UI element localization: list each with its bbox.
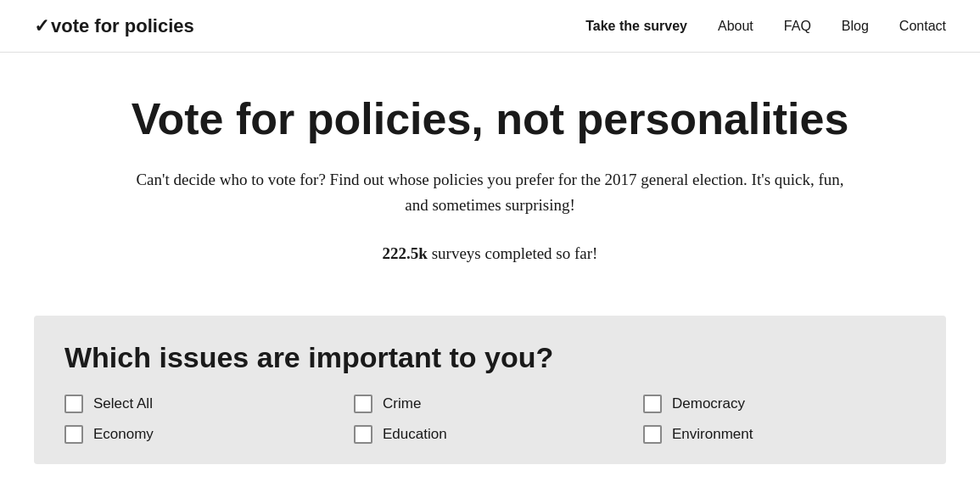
democracy-label[interactable]: Democracy — [672, 395, 745, 412]
hero-subtitle: Can't decide who to vote for? Find out w… — [134, 167, 847, 217]
hero-title: Vote for policies, not personalities — [34, 95, 946, 143]
checkbox-item-economy: Economy — [64, 425, 337, 444]
survey-count-suffix: surveys completed so far! — [428, 244, 598, 262]
economy-checkbox[interactable] — [64, 425, 83, 444]
crime-label[interactable]: Crime — [383, 395, 421, 412]
logo-text: vote for policies — [51, 15, 194, 37]
logo[interactable]: ✓ vote for policies — [34, 15, 194, 37]
issues-heading: Which issues are important to you? — [64, 341, 916, 374]
checkbox-item-environment: Environment — [643, 425, 916, 444]
logo-check-icon: ✓ — [34, 15, 49, 37]
education-label[interactable]: Education — [383, 426, 447, 443]
nav-faq[interactable]: FAQ — [784, 19, 811, 34]
issues-section: Which issues are important to you? Selec… — [34, 316, 946, 464]
nav-about[interactable]: About — [718, 19, 753, 34]
environment-checkbox[interactable] — [643, 425, 662, 444]
education-checkbox[interactable] — [354, 425, 372, 444]
environment-label[interactable]: Environment — [672, 426, 753, 443]
nav-contact[interactable]: Contact — [899, 19, 946, 34]
hero-section: Vote for policies, not personalities Can… — [0, 53, 980, 316]
nav-blog[interactable]: Blog — [842, 19, 869, 34]
crime-checkbox[interactable] — [354, 395, 372, 413]
select-all-label[interactable]: Select All — [93, 395, 153, 412]
economy-label[interactable]: Economy — [93, 426, 154, 443]
democracy-checkbox[interactable] — [643, 395, 662, 413]
checkbox-grid: Select All Crime Democracy Economy Educa… — [64, 395, 916, 444]
survey-count-number: 222.5k — [383, 244, 428, 262]
main-nav: Take the survey About FAQ Blog Contact — [585, 19, 946, 34]
checkbox-item-democracy: Democracy — [643, 395, 916, 413]
nav-take-survey[interactable]: Take the survey — [585, 19, 687, 34]
survey-count: 222.5k surveys completed so far! — [134, 241, 847, 266]
site-header: ✓ vote for policies Take the survey Abou… — [0, 0, 980, 53]
select-all-checkbox[interactable] — [64, 395, 83, 413]
checkbox-item-select-all: Select All — [64, 395, 337, 413]
checkbox-item-education: Education — [354, 425, 626, 444]
checkbox-item-crime: Crime — [354, 395, 626, 413]
